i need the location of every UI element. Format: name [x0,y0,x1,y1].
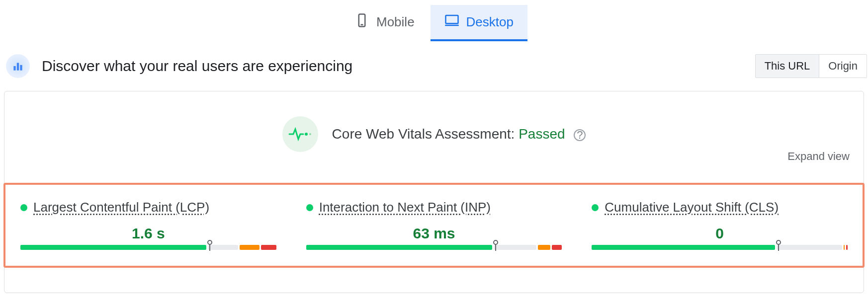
page-title: Discover what your real users are experi… [42,58,352,75]
pulse-icon [282,116,318,152]
tab-desktop-label: Desktop [466,14,514,30]
status-dot-green [306,204,313,211]
metric-inp-value: 63 ms [306,225,562,242]
metric-cls-title[interactable]: Cumulative Layout Shift (CLS) [605,200,779,215]
metric-lcp-title[interactable]: Largest Contentful Paint (LCP) [33,200,209,215]
status-dot-green [20,204,27,211]
metric-lcp-bar [20,245,276,252]
svg-rect-5 [17,63,19,71]
assessment-row: Core Web Vitals Assessment: Passed ? [18,116,850,152]
bar-seg-green [592,245,775,250]
bar-seg-red [261,245,276,250]
metric-lcp: Largest Contentful Paint (LCP) 1.6 s [20,200,276,252]
mobile-icon [354,13,369,31]
tab-desktop[interactable]: Desktop [431,5,527,41]
metric-cls: Cumulative Layout Shift (CLS) 0 [592,200,848,252]
tab-mobile-label: Mobile [376,14,415,30]
insights-icon [6,54,30,78]
metric-cls-value: 0 [592,225,848,242]
bar-seg-red [552,245,562,250]
svg-point-11 [494,240,498,244]
bar-seg-green [306,245,492,250]
svg-point-8 [309,133,311,135]
marker-icon [492,240,499,251]
svg-point-7 [305,133,308,136]
assessment-text: Core Web Vitals Assessment: Passed ? [332,126,586,142]
marker-icon [775,240,782,251]
metric-inp-title-row: Interaction to Next Paint (INP) [306,200,562,215]
expand-view-link[interactable]: Expand view [787,150,850,163]
svg-rect-2 [445,15,458,23]
help-icon[interactable]: ? [574,129,586,141]
metric-inp-bar [306,245,562,252]
tab-mobile[interactable]: Mobile [341,5,429,41]
status-dot-green [592,204,599,211]
origin-toggle-group: This URL Origin [755,54,867,78]
metric-cls-title-row: Cumulative Layout Shift (CLS) [592,200,848,215]
bar-seg-red [846,245,848,250]
subheader: Discover what your real users are experi… [0,41,868,87]
subheader-left: Discover what your real users are experi… [6,54,352,78]
assessment-label: Core Web Vitals Assessment: [332,126,515,142]
bar-seg-gray [777,245,842,250]
metric-lcp-value: 1.6 s [20,225,276,242]
bar-seg-green [20,245,206,250]
bar-seg-orange [240,245,260,250]
bar-seg-orange [844,245,845,250]
bar-seg-orange [538,245,550,250]
metrics-highlight-box: Largest Contentful Paint (LCP) 1.6 s Int… [3,183,865,268]
svg-rect-6 [20,65,22,71]
metric-inp: Interaction to Next Paint (INP) 63 ms [306,200,562,252]
marker-icon [206,240,213,251]
vitals-card: Core Web Vitals Assessment: Passed ? Exp… [4,91,864,293]
desktop-icon [444,13,459,31]
device-tabs: Mobile Desktop [0,0,868,41]
svg-rect-4 [13,66,15,71]
metric-cls-bar [592,245,848,252]
bar-seg-gray [494,245,536,250]
svg-point-9 [208,240,212,244]
svg-point-13 [777,240,781,244]
toggle-this-url[interactable]: This URL [756,55,819,77]
toggle-origin[interactable]: Origin [819,55,867,77]
metric-inp-title[interactable]: Interaction to Next Paint (INP) [319,200,491,215]
metric-lcp-title-row: Largest Contentful Paint (LCP) [20,200,276,215]
assessment-status: Passed [519,126,565,142]
